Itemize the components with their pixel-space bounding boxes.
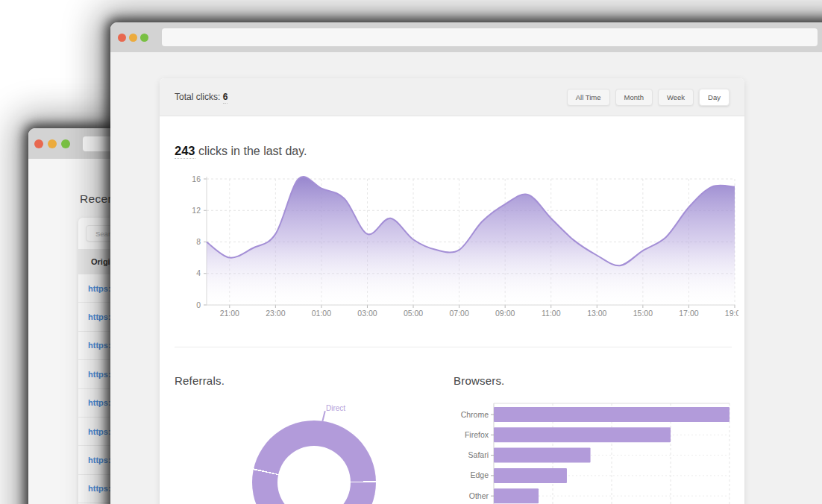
minimize-window-icon[interactable]	[129, 34, 137, 42]
origin-url-link[interactable]: https:	[88, 456, 111, 464]
origin-url-link[interactable]: https:	[88, 427, 111, 436]
total-clicks-label: Total clicks: 6	[175, 92, 228, 102]
minimize-window-icon[interactable]	[48, 139, 57, 148]
svg-text:Firefox: Firefox	[465, 430, 489, 439]
maximize-window-icon[interactable]	[61, 139, 70, 148]
filter-all-time-button[interactable]: All Time	[567, 89, 610, 106]
fg-url-bar[interactable]	[162, 28, 818, 46]
svg-text:21:00: 21:00	[220, 309, 239, 318]
browsers-bar-chart: ChromeFirefoxSafariEdgeOther	[454, 399, 734, 504]
svg-text:4: 4	[196, 268, 201, 277]
svg-text:Other: Other	[469, 491, 489, 500]
donut-hole	[277, 446, 351, 504]
svg-text:01:00: 01:00	[312, 309, 331, 318]
clicks-period-text: clicks in the last day.	[198, 145, 307, 157]
svg-text:19:00: 19:00	[725, 309, 738, 318]
filter-month-button[interactable]: Month	[615, 89, 653, 106]
close-window-icon[interactable]	[118, 34, 126, 42]
fg-traffic-lights	[118, 34, 151, 42]
time-filter-group: All Time Month Week Day	[567, 89, 730, 106]
svg-text:Chrome: Chrome	[461, 410, 489, 419]
svg-text:11:00: 11:00	[542, 309, 561, 318]
section-divider	[175, 347, 732, 347]
svg-text:Edge: Edge	[470, 470, 489, 479]
svg-text:0: 0	[196, 300, 201, 309]
origin-url-link[interactable]: https:	[88, 284, 111, 293]
svg-text:13:00: 13:00	[587, 309, 606, 318]
card-header: Total clicks: 6 All Time Month Week Day	[160, 78, 744, 116]
analytics-card: Total clicks: 6 All Time Month Week Day …	[160, 78, 744, 504]
svg-text:16: 16	[192, 174, 201, 183]
maximize-window-icon[interactable]	[140, 34, 148, 42]
origin-url-link[interactable]: https:	[88, 370, 111, 379]
svg-text:03:00: 03:00	[357, 309, 377, 318]
referrals-section-title: Referrals.	[175, 374, 225, 387]
fg-browser-titlebar	[110, 22, 822, 52]
origin-url-link[interactable]: https:	[88, 341, 111, 350]
analytics-page: Total clicks: 6 All Time Month Week Day …	[110, 52, 822, 504]
donut-label-pointer	[321, 411, 325, 422]
filter-day-button[interactable]: Day	[699, 89, 730, 106]
svg-text:17:00: 17:00	[679, 309, 698, 318]
browsers-section-title: Browsers.	[454, 374, 504, 387]
filter-week-button[interactable]: Week	[658, 89, 694, 106]
clicks-area-chart: 048121621:0023:0001:0003:0005:0007:0009:…	[175, 173, 738, 319]
close-window-icon[interactable]	[34, 139, 43, 148]
referrals-donut-chart	[252, 420, 376, 504]
svg-text:23:00: 23:00	[266, 309, 285, 318]
total-clicks-value: 6	[223, 92, 228, 104]
svg-text:15:00: 15:00	[633, 309, 653, 318]
clicks-count: 243	[175, 144, 195, 159]
origin-url-link[interactable]: https:	[88, 398, 111, 407]
svg-text:07:00: 07:00	[449, 309, 468, 318]
clicks-headline: 243 clicks in the last day.	[175, 144, 307, 158]
donut-slice-label: Direct	[326, 404, 345, 412]
svg-text:8: 8	[196, 237, 201, 246]
total-clicks-text: Total clicks:	[175, 92, 220, 102]
svg-text:12: 12	[192, 206, 201, 215]
svg-text:Safari: Safari	[468, 450, 489, 459]
origin-url-link[interactable]: https:	[88, 312, 111, 321]
svg-text:05:00: 05:00	[404, 309, 423, 318]
bg-traffic-lights	[34, 139, 75, 148]
analytics-browser-window: Total clicks: 6 All Time Month Week Day …	[110, 22, 822, 504]
svg-text:09:00: 09:00	[495, 309, 515, 318]
origin-url-link[interactable]: https:	[88, 484, 111, 493]
